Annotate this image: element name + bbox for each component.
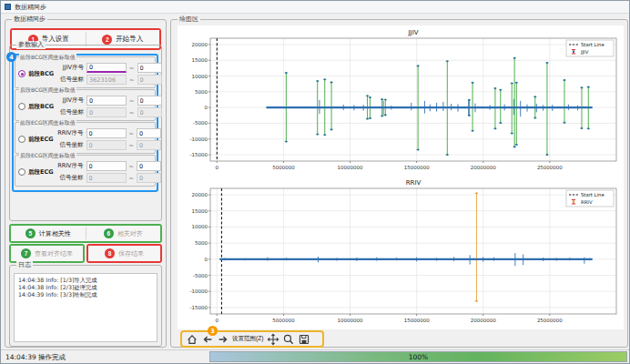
svg-text:-5000: -5000 <box>193 120 208 126</box>
view-align-result-label: 查看对齐结果 <box>35 249 73 258</box>
compute-correlation-button[interactable]: 5 计算相关性 <box>11 226 86 241</box>
signal-coord-to-input <box>137 75 162 85</box>
log-groupbox-title: 日志 <box>16 261 33 269</box>
range-tilde: ~ <box>129 175 134 182</box>
back-ecg-radio-label: 后段ECG <box>28 168 54 177</box>
signal-coord-label: 信号坐标 <box>54 174 84 182</box>
import-settings-label: 导入设置 <box>42 35 69 44</box>
jjiv-index-from-input[interactable] <box>86 63 127 73</box>
log-line: 14:04:38 Info: [2/3]处理完成 <box>18 284 153 291</box>
jjiv-index-label: JJIV序号 <box>54 96 84 105</box>
jjiv-index-from-input[interactable] <box>86 96 127 106</box>
zoom-icon[interactable] <box>281 332 295 346</box>
svg-text:JJIV: JJIV <box>408 29 419 36</box>
rriv-index-to-input[interactable] <box>137 128 161 138</box>
svg-text:10000: 10000 <box>192 74 208 79</box>
svg-text:20000000: 20000000 <box>471 165 496 170</box>
figure-canvas[interactable]: 0500000010000000150000002000000025000000… <box>178 25 624 329</box>
svg-text:20000000: 20000000 <box>471 318 496 323</box>
front-ecg-section-title: 前段ECG区间坐标取值 <box>19 119 76 126</box>
svg-text:-5000: -5000 <box>193 273 208 278</box>
range-tilde: ~ <box>129 65 134 72</box>
step-8-badge: 8 <box>105 248 115 258</box>
compute-correlation-label: 计算相关性 <box>39 229 71 238</box>
front-ecg-radio[interactable] <box>18 136 25 143</box>
save-result-button[interactable]: 8 保存结果 <box>88 246 160 261</box>
front-bcg-radio-label: 前段BCG <box>28 70 54 78</box>
step-4-badge: 4 <box>6 52 16 62</box>
front-ecg-radio-label: 前段ECG <box>28 136 54 144</box>
log-textarea[interactable]: 14:04:38 Info: [1/3]导入完成 14:04:38 Info: … <box>14 273 158 342</box>
svg-text:15000000: 15000000 <box>404 318 430 323</box>
front-ecg-section: 前段ECG区间坐标取值 前段ECG RRIV序号 ~ <box>15 122 156 154</box>
window-title: 数据精同步 <box>15 3 46 12</box>
title-bar: 数据精同步 <box>1 1 629 14</box>
jjiv-index-to-input[interactable] <box>137 63 162 73</box>
back-bcg-radio[interactable] <box>18 103 25 110</box>
back-ecg-section-title: 后段ECG区间坐标取值 <box>19 152 76 158</box>
step-5-badge: 5 <box>25 228 36 238</box>
plot-area-title: 绘图区 <box>178 15 200 24</box>
svg-text:RRIV: RRIV <box>406 179 422 187</box>
rriv-index-to-input[interactable] <box>137 161 161 171</box>
view-result-annotation-box: 7 查看对齐结果 <box>9 244 85 263</box>
svg-text:15000000: 15000000 <box>404 165 430 170</box>
step-3-badge: 3 <box>208 326 218 336</box>
svg-text:0: 0 <box>216 318 219 323</box>
range-tilde: ~ <box>129 109 134 116</box>
range-tilde: ~ <box>129 142 134 149</box>
svg-text:15000: 15000 <box>192 57 208 63</box>
range-tilde: ~ <box>129 163 134 170</box>
svg-text:10000000: 10000000 <box>338 318 363 323</box>
log-groupbox: 日志 14:04:38 Info: [1/3]导入完成 14:04:38 Inf… <box>9 265 162 347</box>
param-input-title: 参数输入 <box>16 41 46 49</box>
svg-text:25000000: 25000000 <box>537 165 563 170</box>
sync-groupbox: 数据精同步 1 导入设置 2 开始导入 参数输入 4 前段BCG区间坐标取值 前… <box>5 19 167 348</box>
svg-text:0: 0 <box>216 165 219 170</box>
svg-text:5000: 5000 <box>195 89 208 95</box>
svg-text:-10000: -10000 <box>190 288 208 294</box>
rriv-index-label: RRIV序号 <box>54 162 84 170</box>
correlation-align-button[interactable]: 6 相关对齐 <box>86 226 161 241</box>
jjiv-index-label: JJIV序号 <box>54 64 84 72</box>
range-tilde: ~ <box>129 130 134 137</box>
svg-text:25000000: 25000000 <box>537 318 563 323</box>
save-result-annotation-box: 8 保存结果 <box>86 244 162 263</box>
svg-text:Start Line: Start Line <box>581 192 605 197</box>
signal-coord-label: 信号坐标 <box>54 108 84 116</box>
view-align-result-button[interactable]: 7 查看对齐结果 <box>11 246 83 261</box>
forward-arrow-icon[interactable] <box>216 332 229 346</box>
svg-text:10000: 10000 <box>192 224 208 229</box>
back-bcg-section: 后段BCG区间坐标取值 后段BCG JJIV序号 ~ <box>15 89 156 121</box>
range-tilde: ~ <box>129 97 134 105</box>
step-7-badge: 7 <box>21 248 31 258</box>
plot-area-groupbox: 绘图区 050000001000000015000000200000002500… <box>170 19 628 348</box>
signal-coord-from-input <box>86 140 127 150</box>
rriv-index-label: RRIV序号 <box>54 129 84 137</box>
svg-text:5000: 5000 <box>195 240 208 246</box>
range-tilde: ~ <box>129 76 134 84</box>
svg-text:0: 0 <box>205 257 208 262</box>
step-6-badge: 6 <box>104 228 114 238</box>
home-icon[interactable] <box>185 332 198 346</box>
compute-align-annotation-box: 5 计算相关性 6 相关对齐 <box>9 224 162 243</box>
rriv-index-from-input[interactable] <box>86 128 127 138</box>
rriv-index-from-input[interactable] <box>86 161 127 171</box>
app-window: { "window": { "title": "数据精同步", "status_… <box>0 0 630 364</box>
save-result-label: 保存结果 <box>118 249 144 258</box>
svg-text:Start Line: Start Line <box>581 42 605 47</box>
signal-coord-to-input <box>137 140 161 150</box>
figure-toolbar: 3 设置范围(Z) <box>180 330 324 348</box>
back-ecg-radio[interactable] <box>18 168 25 176</box>
signal-coord-from-input <box>86 75 127 85</box>
signal-coord-from-input <box>86 173 127 183</box>
front-bcg-radio[interactable] <box>18 70 25 77</box>
jjiv-index-to-input[interactable] <box>137 96 162 106</box>
signal-coord-label: 信号坐标 <box>54 76 84 84</box>
set-range-button[interactable]: 设置范围(Z) <box>231 335 264 343</box>
save-icon[interactable] <box>297 332 310 346</box>
progress-label: 100% <box>409 353 428 361</box>
pan-icon[interactable] <box>266 332 279 346</box>
param-input-groupbox: 参数输入 4 前段BCG区间坐标取值 前段BCG JJIV序号 ~ <box>9 45 162 221</box>
jjiv-chart: 0500000010000000150000002000000025000000… <box>178 25 622 176</box>
